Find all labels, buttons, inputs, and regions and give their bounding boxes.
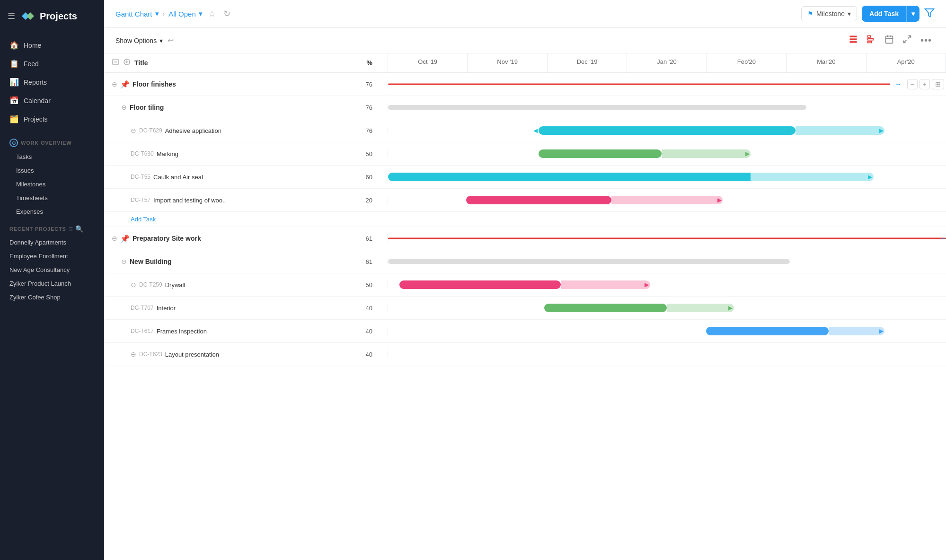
sidebar-nav: 🏠 Home 📋 Feed 📊 Reports 📅 Calendar 🗂️ Pr… [0, 32, 104, 132]
plus-btn[interactable]: + [919, 79, 930, 89]
filter-icon[interactable] [924, 8, 935, 20]
table-row: DC-T57 Import and testing of woo.. 20 ◀ … [104, 189, 946, 212]
t707-bar-full [544, 304, 667, 312]
t630-title: Marking [157, 150, 178, 158]
row-left-t57: DC-T57 Import and testing of woo.. 20 [104, 197, 388, 204]
t57-id: DC-T57 [131, 197, 150, 203]
t630-chart: ◀ ▶ [388, 142, 946, 165]
t707-bar-light [667, 304, 734, 312]
svg-rect-6 [867, 41, 871, 43]
minus-btn[interactable]: − [907, 79, 918, 89]
milestone-icon: ⚑ [807, 10, 813, 18]
expand-new-building[interactable]: ⊖ [121, 258, 127, 265]
expand-floor-finishes[interactable]: ⊖ [112, 80, 117, 88]
expand-t623[interactable]: ⊖ [131, 350, 136, 358]
expand-view-icon[interactable] [900, 33, 915, 48]
gantt-chart-dropdown-icon[interactable]: ▾ [155, 9, 159, 18]
expand-preparatory[interactable]: ⊖ [112, 235, 117, 242]
recent-project-zylker-coffee[interactable]: Zylker Cofee Shop [0, 290, 104, 304]
t57-percent: 20 [366, 197, 380, 204]
new-building-bar [388, 259, 790, 264]
t259-bar-full [399, 280, 561, 289]
new-building-chart [388, 250, 946, 273]
gantt-chart-breadcrumb[interactable]: Gantt Chart ▾ [115, 9, 159, 18]
gantt-col-sort-icon[interactable] [123, 58, 131, 68]
recent-project-zylker-launch[interactable]: Zylker Product Launch [0, 277, 104, 290]
calendar-view-icon[interactable] [882, 33, 897, 48]
calendar-icon: 📅 [9, 96, 19, 105]
recent-projects-section: RECENT PROJECTS ≡ 🔍 [0, 219, 104, 236]
sidebar-item-milestones[interactable]: Milestones [0, 177, 104, 191]
recent-project-donnelly[interactable]: Donnelly Apartments [0, 236, 104, 249]
month-jan20: Jan '20 [627, 53, 707, 72]
star-icon[interactable]: ☆ [206, 7, 218, 21]
expand-t259[interactable]: ⊖ [131, 281, 136, 289]
floor-finishes-bar [388, 84, 890, 85]
t629-arrow-left: ◀ [533, 127, 538, 134]
t617-id: DC-T617 [131, 328, 154, 334]
sidebar-item-tasks[interactable]: Tasks [0, 150, 104, 164]
floor-tiling-bar [388, 105, 806, 110]
expand-t629[interactable]: ⊖ [131, 127, 136, 134]
sidebar-item-expenses[interactable]: Expenses [0, 205, 104, 219]
sidebar-header: ☰ Projects [0, 0, 104, 32]
recent-project-newage[interactable]: New Age Consultancy [0, 263, 104, 277]
sidebar-item-feed[interactable]: 📋 Feed [0, 54, 104, 73]
t617-bar-light [829, 327, 884, 335]
preparatory-bar [388, 238, 946, 239]
svg-line-11 [908, 36, 911, 39]
t259-chart: ◀ ▶ [388, 273, 946, 296]
add-task-button[interactable]: Add Task ▾ [862, 6, 919, 22]
sidebar-item-timesheets[interactable]: Timesheets [0, 191, 104, 205]
refresh-icon[interactable]: ↻ [221, 7, 232, 21]
t707-percent: 40 [366, 305, 380, 312]
row-left-floor-finishes: ⊖ 📌 Floor finishes 76 [104, 80, 388, 89]
app-title: Projects [40, 11, 77, 22]
t55-arrow-left: ◀ [388, 174, 392, 180]
expand-floor-tiling[interactable]: ⊖ [121, 104, 127, 111]
t617-title: Frames inspection [157, 328, 207, 335]
show-options-button[interactable]: Show Options ▾ [115, 37, 163, 44]
t629-arrow-right: ▶ [879, 127, 884, 134]
floor-tiling-chart [388, 96, 946, 119]
home-icon: 🏠 [9, 41, 19, 50]
gantt-header: Title % Oct '19 Nov '19 Dec '19 Jan '20 … [104, 53, 946, 73]
all-open-breadcrumb[interactable]: All Open ▾ [168, 9, 203, 18]
row-left-t55: DC-T55 Caulk and Air seal 60 [104, 174, 388, 181]
gantt-col-expand-icon[interactable] [112, 58, 119, 68]
t707-title: Interior [157, 305, 176, 312]
hamburger-icon[interactable]: ☰ [8, 11, 15, 21]
all-open-dropdown-icon[interactable]: ▾ [199, 9, 203, 18]
breadcrumb-arrow: › [163, 10, 165, 18]
work-overview-section: ⊙ WORK OVERVIEW [0, 132, 104, 150]
milestone-button[interactable]: ⚑ Milestone ▾ [801, 6, 857, 21]
add-task-row: Add Task [104, 212, 946, 227]
expand-btn[interactable]: ⊞ [932, 79, 944, 89]
row-view-icon[interactable] [846, 33, 861, 48]
add-task-dropdown-icon[interactable]: ▾ [906, 6, 919, 22]
row-left-floor-tiling: ⊖ Floor tiling 76 [104, 104, 388, 111]
undo-button[interactable]: ↩ [168, 36, 174, 45]
search-icon[interactable]: 🔍 [75, 225, 84, 233]
t55-bar-light [751, 173, 873, 181]
preparatory-chart: → [388, 227, 946, 250]
sidebar-item-home[interactable]: 🏠 Home [0, 36, 104, 54]
month-mar20: Mar'20 [787, 53, 866, 72]
recent-project-employee[interactable]: Employee Enrollment [0, 249, 104, 263]
t55-id: DC-T55 [131, 174, 150, 180]
sidebar-item-issues[interactable]: Issues [0, 164, 104, 177]
add-task-link[interactable]: Add Task [112, 216, 156, 223]
floor-finishes-chart: → − + ⊞ [388, 73, 946, 96]
row-left-t629: ⊖ DC-T629 Adhesive application 76 [104, 127, 388, 134]
svg-line-12 [903, 40, 906, 43]
t630-percent: 50 [366, 150, 380, 158]
sidebar-item-reports[interactable]: 📊 Reports [0, 73, 104, 91]
more-options-icon[interactable]: ••• [918, 33, 935, 48]
sidebar-item-calendar[interactable]: 📅 Calendar [0, 91, 104, 110]
work-overview-icon: ⊙ [9, 139, 18, 147]
month-apr20: Apr'20 [866, 53, 946, 72]
gantt-view-icon[interactable] [864, 33, 879, 48]
sidebar-item-projects[interactable]: 🗂️ Projects [0, 110, 104, 128]
gantt-left-header: Title % [104, 53, 388, 72]
t630-arrow-left: ◀ [539, 150, 543, 157]
